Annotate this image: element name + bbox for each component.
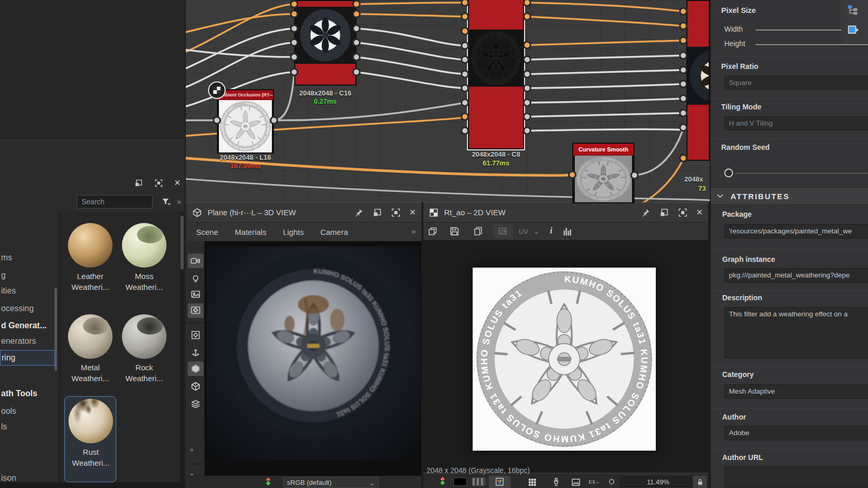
tiling-grid-icon[interactable] bbox=[527, 477, 538, 487]
tool3d-gearmon-button[interactable] bbox=[188, 303, 203, 318]
filter-funnel-icon[interactable] bbox=[161, 197, 171, 207]
graph-instance-field[interactable]: pkg:///painted_metal_weathering?depe bbox=[724, 268, 868, 283]
graph-node-curvature-smooth[interactable]: Curvature Smooth KUMHO SOLUS ta31 KUMHO … bbox=[572, 143, 635, 203]
mannequin-icon[interactable] bbox=[551, 477, 561, 487]
close-icon[interactable]: ✕ bbox=[696, 208, 703, 217]
sidebar-item-ls[interactable]: ls bbox=[0, 420, 55, 434]
tool3d-cam-button[interactable] bbox=[188, 254, 203, 268]
item-label-line1: Metal bbox=[64, 363, 116, 372]
sidebar-item-ms[interactable]: ms bbox=[0, 251, 55, 264]
menu-lights[interactable]: Lights bbox=[283, 228, 304, 236]
one-to-one-icon[interactable]: 1:1→ bbox=[588, 479, 600, 484]
splitter-handle-icon[interactable]: » bbox=[190, 445, 194, 453]
histogram-icon[interactable] bbox=[562, 226, 573, 236]
tool3d-img-button[interactable] bbox=[188, 287, 203, 302]
close-icon[interactable]: ✕ bbox=[174, 179, 181, 187]
library-item-rock[interactable]: RockWeatheri... bbox=[118, 312, 170, 398]
node-color-bar bbox=[687, 1, 710, 47]
view3d-header[interactable]: Plane (hi-r···L – 3D VIEW ✕ bbox=[187, 203, 421, 222]
sidebar-item-athTools[interactable]: ath Tools bbox=[0, 387, 55, 400]
menubar-overflow-chevron-icon[interactable]: » bbox=[411, 227, 416, 235]
tool3d-cubeW-button[interactable] bbox=[188, 379, 203, 394]
graph-node-partial[interactable] bbox=[686, 0, 710, 161]
graph-node-ambient-occlusion[interactable]: Ambient Occlusion (RT— KUMHO SOLUS ta31 … bbox=[217, 89, 274, 154]
close-icon[interactable]: ✕ bbox=[409, 208, 416, 217]
graph-node-c16[interactable] bbox=[294, 0, 356, 86]
tool2d-transform-button[interactable] bbox=[493, 224, 513, 239]
sidebar-item-dGenerat[interactable]: d Generat... bbox=[0, 319, 55, 332]
view3d-bottom-bar: sRGB (default) ⌄ bbox=[187, 476, 421, 488]
pixel-ratio-select[interactable]: Square bbox=[724, 76, 868, 90]
preview-play-icon[interactable] bbox=[847, 24, 860, 36]
material-sphere-thumbnail bbox=[68, 399, 113, 443]
pin-icon[interactable] bbox=[640, 207, 651, 218]
author-field[interactable]: Adobe bbox=[724, 426, 868, 440]
sidebar-item-ools[interactable]: ools bbox=[0, 405, 55, 418]
sidebar-item-ities[interactable]: ities bbox=[0, 284, 55, 298]
view3d-viewport[interactable]: KUMHO SOLUS ta31 KUMHO SOLUS ta31 KUMHO … bbox=[204, 241, 421, 488]
width-slider[interactable] bbox=[755, 30, 842, 31]
hierarchy-tree-icon[interactable] bbox=[847, 4, 859, 17]
search-input[interactable] bbox=[77, 195, 153, 208]
height-slider[interactable] bbox=[755, 44, 868, 45]
picker-circle-icon[interactable] bbox=[608, 478, 616, 486]
sidebar-item-ring[interactable]: ring bbox=[0, 350, 55, 366]
item-label-line2: Weatheri... bbox=[64, 374, 116, 383]
node-graph-canvas[interactable]: Ambient Occlusion (RT— KUMHO SOLUS ta31 … bbox=[186, 0, 710, 203]
maximize-icon[interactable] bbox=[154, 178, 163, 188]
fit-image-icon[interactable] bbox=[571, 477, 581, 487]
tool2d-copy-icon[interactable] bbox=[473, 226, 484, 236]
sidebar-item-g[interactable]: g bbox=[0, 269, 55, 282]
tool2d-dup-icon[interactable] bbox=[428, 226, 438, 236]
graph-node-c8-selected[interactable]: KUMHO SOLUS ta31 KUMHO SOLUS ta31 KUMHO … bbox=[468, 0, 524, 149]
display-mode-button[interactable] bbox=[489, 476, 511, 488]
info-icon[interactable]: i bbox=[550, 226, 552, 235]
tool3d-layers-button[interactable] bbox=[188, 397, 203, 411]
library-item-leather[interactable]: LeatherWeatheri... bbox=[64, 221, 116, 307]
library-item-metal[interactable]: MetalWeatheri... bbox=[64, 312, 116, 398]
category-field[interactable]: Mesh Adaptive bbox=[724, 384, 868, 399]
author-url-field[interactable] bbox=[724, 466, 868, 488]
panel-title: Plane (hi-r···L – 3D VIEW bbox=[208, 208, 348, 217]
node-cook-time: 167.09ms bbox=[230, 162, 261, 170]
uv-mode-label[interactable]: UV bbox=[519, 228, 528, 235]
maximize-icon[interactable] bbox=[678, 207, 688, 218]
float-window-icon[interactable] bbox=[659, 207, 669, 218]
rgb-image-icon bbox=[495, 477, 504, 486]
description-textarea[interactable]: This filter add a weathering effect on a bbox=[724, 307, 868, 358]
node-label: 2048x2048 - C8 bbox=[472, 150, 520, 158]
sphere-cut-shading bbox=[137, 226, 163, 243]
random-seed-slider[interactable] bbox=[736, 173, 867, 174]
overflow-chevron-icon[interactable]: » bbox=[177, 197, 181, 206]
tool3d-frame-button[interactable] bbox=[188, 328, 203, 342]
menu-camera[interactable]: Camera bbox=[320, 228, 348, 236]
view2d-canvas[interactable]: KUMHO SOLUS ta31 KUMHO SOLUS ta31 KUMHO … bbox=[423, 240, 708, 472]
sidebar-item-ocessing[interactable]: ocessing bbox=[0, 302, 55, 315]
random-seed-knob[interactable] bbox=[724, 169, 733, 177]
zoom-level-field[interactable]: 11.49% bbox=[620, 477, 692, 487]
tiling-mode-select[interactable]: H and V Tiling bbox=[724, 116, 868, 130]
library-item-moss[interactable]: MossWeatheri... bbox=[118, 221, 170, 307]
sidebar-item-enerators[interactable]: enerators bbox=[0, 334, 55, 348]
tool3d-cubeS-button[interactable] bbox=[188, 361, 203, 376]
background-swatch-black[interactable] bbox=[453, 478, 467, 486]
tool3d-bulb-button[interactable] bbox=[188, 272, 203, 286]
tool2d-floppy-icon[interactable] bbox=[449, 226, 460, 236]
pin-icon[interactable] bbox=[353, 207, 364, 218]
package-field[interactable]: 'resources/packages/painted_metal_we bbox=[724, 224, 868, 239]
lock-zoom-button[interactable] bbox=[693, 476, 707, 488]
uv-chevron-icon[interactable]: ⌄ bbox=[533, 227, 540, 236]
float-window-icon[interactable] bbox=[372, 207, 382, 218]
menu-scene[interactable]: Scene bbox=[196, 228, 218, 236]
colorspace-select[interactable]: sRGB (default) ⌄ bbox=[283, 477, 379, 488]
background-swatch-checker[interactable] bbox=[472, 478, 486, 486]
attributes-section-header[interactable]: ATTRIBUTES bbox=[711, 187, 868, 205]
menu-materials[interactable]: Materials bbox=[235, 228, 267, 236]
sidebar-item-ison[interactable]: ison bbox=[0, 471, 55, 485]
tool3d-axes-button[interactable] bbox=[188, 345, 203, 359]
node-thumbnail-wheel: KUMHO SOLUS ta31 KUMHO SOLUS ta31 KUMHO … bbox=[219, 100, 272, 152]
view2d-header[interactable]: Rt_ao – 2D VIEW ✕ bbox=[423, 203, 708, 222]
library-item-rust[interactable]: RustWeatheri... bbox=[64, 396, 116, 482]
float-window-icon[interactable] bbox=[134, 178, 143, 188]
maximize-icon[interactable] bbox=[391, 207, 401, 218]
